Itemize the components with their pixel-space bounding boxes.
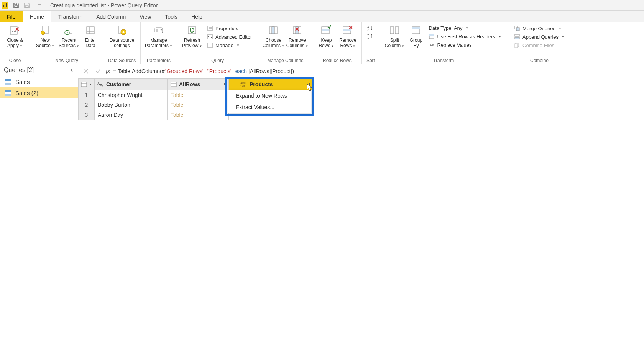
- qat-customize[interactable]: [36, 1, 42, 10]
- refresh-preview-button[interactable]: Refresh Preview▼: [180, 24, 204, 50]
- app-icon: [2, 2, 8, 9]
- svg-rect-21: [156, 29, 158, 32]
- column-header-products[interactable]: ABC123 Products: [228, 79, 314, 90]
- recent-sources-button[interactable]: Recent Sources▼: [57, 24, 81, 50]
- query-item-sales[interactable]: Sales: [0, 76, 78, 87]
- column-name: Customer: [106, 81, 156, 87]
- tab-view[interactable]: View: [133, 11, 158, 22]
- group-close: Close & Apply▼ Close: [0, 22, 30, 64]
- data-source-settings-button[interactable]: Data source settings: [107, 24, 137, 49]
- first-row-headers-icon: [429, 33, 435, 39]
- cell-customer[interactable]: Christopher Wright: [94, 90, 167, 100]
- enter-data-label: Enter Data: [85, 38, 96, 48]
- row-number: 2: [79, 100, 95, 110]
- manage-button[interactable]: Manage▼: [205, 41, 253, 49]
- expand-products-button[interactable]: [304, 81, 311, 88]
- remove-rows-label: Remove Rows▼: [339, 38, 356, 49]
- sort-asc-button[interactable]: AZ: [367, 25, 374, 31]
- enter-data-button[interactable]: Enter Data: [81, 24, 100, 49]
- cell-customer[interactable]: Aaron Day: [94, 110, 167, 120]
- svg-text:Z: Z: [367, 34, 369, 37]
- group-sort: AZ ZA Sort: [362, 22, 380, 64]
- choose-columns-button[interactable]: Choose Columns▼: [261, 24, 285, 50]
- save-button[interactable]: [12, 1, 21, 10]
- tab-help[interactable]: Help: [184, 11, 209, 22]
- data-source-settings-label: Data source settings: [110, 38, 135, 48]
- collapse-queries-button[interactable]: [69, 68, 74, 72]
- group-parameters-label: Parameters: [144, 57, 174, 63]
- keep-rows-label: Keep Rows▼: [319, 38, 334, 49]
- merge-queries-button[interactable]: Merge Queries▼: [513, 25, 566, 32]
- choose-columns-icon: [267, 25, 279, 37]
- close-apply-button[interactable]: Close & Apply▼: [3, 24, 27, 50]
- group-data-sources: Data source settings Data Sources: [104, 22, 141, 64]
- cell-allrows[interactable]: Table: [167, 90, 228, 100]
- expand-to-new-rows-item[interactable]: Expand to New Rows: [228, 90, 311, 102]
- close-apply-icon: [9, 25, 21, 37]
- manage-parameters-icon: ?: [153, 25, 165, 37]
- append-queries-button[interactable]: Append Queries▼: [513, 33, 566, 41]
- refresh-icon: [186, 25, 198, 37]
- extract-values-item[interactable]: Extract Values...: [228, 102, 311, 113]
- tab-transform[interactable]: Transform: [51, 11, 89, 22]
- expand-button[interactable]: [219, 81, 226, 88]
- tab-file[interactable]: File: [0, 11, 23, 22]
- append-queries-icon: [514, 34, 520, 40]
- group-by-button[interactable]: Group By: [406, 24, 426, 49]
- tab-tools[interactable]: Tools: [158, 11, 184, 22]
- svg-rect-5: [15, 6, 18, 7]
- sort-desc-button[interactable]: ZA: [367, 34, 374, 40]
- formula-input[interactable]: = Table.AddColumn(#"Grouped Rows", "Prod…: [113, 68, 294, 74]
- any-type-icon: ABC123: [240, 81, 248, 88]
- new-source-icon: [39, 25, 51, 37]
- svg-rect-12: [87, 27, 94, 34]
- remove-columns-button[interactable]: Remove Columns▼: [285, 24, 309, 50]
- filter-button[interactable]: [158, 81, 165, 88]
- column-header-customer[interactable]: ABC Customer: [94, 79, 167, 90]
- svg-rect-1: [3, 5, 4, 7]
- column-name: Products: [250, 81, 303, 87]
- svg-rect-23: [188, 27, 196, 34]
- tab-add-column[interactable]: Add Column: [89, 11, 133, 22]
- row-number: 3: [79, 110, 95, 120]
- properties-button[interactable]: Properties: [205, 25, 253, 32]
- svg-text:Z: Z: [367, 29, 369, 31]
- data-type-button[interactable]: Data Type: Any▼: [427, 25, 503, 32]
- new-source-button[interactable]: New Source▼: [33, 24, 57, 50]
- svg-rect-2: [5, 4, 5, 7]
- advanced-editor-button[interactable]: Advanced Editor: [205, 33, 253, 41]
- split-column-button[interactable]: Split Column▼: [383, 24, 406, 50]
- cancel-formula-button[interactable]: [81, 67, 90, 76]
- confirm-formula-button[interactable]: [94, 67, 103, 76]
- ribbon: Close & Apply▼ Close New Source▼ Recent …: [0, 22, 644, 64]
- cell-allrows[interactable]: Table: [167, 100, 228, 110]
- svg-rect-48: [516, 28, 519, 31]
- svg-rect-49: [515, 34, 519, 36]
- tab-home[interactable]: Home: [23, 11, 51, 22]
- cell-allrows[interactable]: Table: [167, 110, 228, 120]
- refresh-preview-label: Refresh Preview▼: [182, 38, 202, 49]
- replace-values-button[interactable]: Replace Values: [427, 41, 503, 49]
- undo-button[interactable]: [22, 1, 31, 10]
- svg-rect-58: [5, 90, 11, 92]
- column-header-allrows[interactable]: AllRows: [167, 79, 228, 90]
- remove-rows-button[interactable]: Remove Rows▼: [337, 24, 358, 50]
- svg-rect-28: [208, 43, 212, 48]
- keep-rows-button[interactable]: Keep Rows▼: [315, 24, 337, 50]
- combine-files-button[interactable]: Combine Files: [513, 41, 566, 49]
- cell-customer[interactable]: Bobby Burton: [94, 100, 167, 110]
- first-row-headers-button[interactable]: Use First Row as Headers▼: [427, 33, 503, 40]
- group-transform-label: Transform: [383, 57, 504, 63]
- split-column-label: Split Column▼: [385, 38, 404, 49]
- svg-rect-30: [272, 27, 274, 34]
- query-item-sales-2[interactable]: Sales (2): [0, 87, 78, 98]
- svg-rect-3: [6, 3, 7, 7]
- svg-rect-54: [5, 79, 11, 81]
- svg-rect-46: [429, 34, 434, 36]
- manage-parameters-button[interactable]: ? Manage Parameters▼: [144, 24, 174, 50]
- corner-header[interactable]: ▼: [79, 79, 95, 90]
- svg-rect-6: [25, 6, 28, 7]
- manage-label: Manage: [215, 43, 233, 48]
- properties-icon: [207, 25, 213, 31]
- enter-data-icon: [84, 25, 97, 37]
